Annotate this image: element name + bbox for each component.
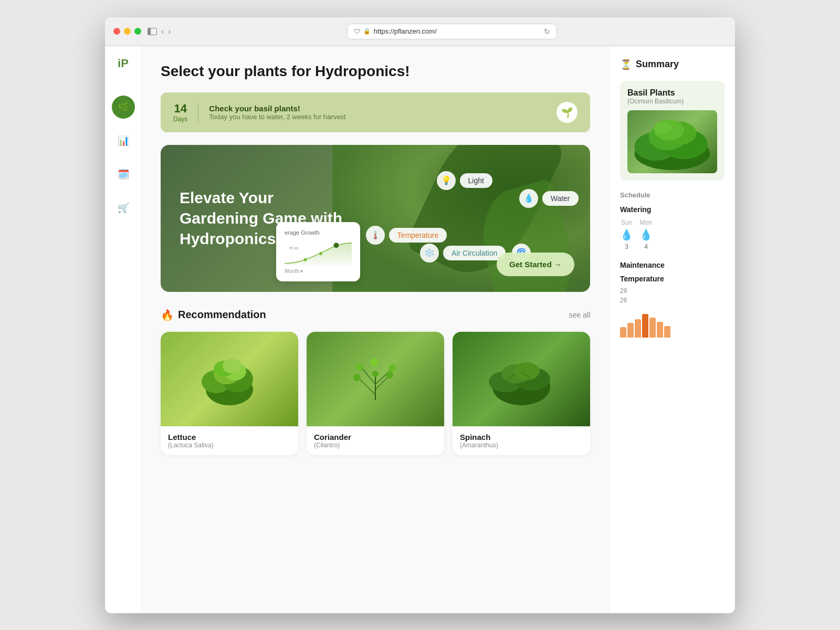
plant-scientific-spinach: (Amaranthus) (460, 442, 583, 449)
chart-icon: 📊 (118, 135, 129, 146)
day-mon-num: 4 (644, 243, 648, 250)
temp-value-28: 28 (620, 287, 724, 295)
fire-icon: 🔥 (161, 309, 174, 321)
water-day-sun: Sun 💧 3 (620, 219, 633, 250)
app-logo[interactable]: iP (118, 57, 129, 70)
basil-scientific-name: (Ocimum Basilicum) (627, 98, 717, 105)
maintenance-label: Maintenance (620, 261, 724, 269)
notification-banner: 14 Days Check your basil plants! Today y… (161, 92, 590, 132)
temp-bar-2 (627, 323, 634, 338)
air-label: Air Circulation (443, 246, 506, 260)
sidebar-item-plants[interactable]: 🌿 (112, 96, 135, 119)
day-sun-label: Sun (621, 219, 632, 226)
plant-info-lettuce: Lettuce (Lactuca Sativa) (161, 426, 298, 455)
recommendation-section-header: 🔥 Recommendation see all (161, 309, 590, 321)
sidebar-nav: 🌿 📊 🗓️ 🛒 (112, 96, 135, 219)
notif-days: 14 Days (173, 102, 187, 123)
water-drop-sun: 💧 (620, 228, 633, 241)
notif-heading: Check your basil plants! (209, 104, 345, 113)
basil-plant-image (627, 110, 717, 173)
schedule-label: Schedule (620, 191, 724, 199)
plant-cards-grid: Lettuce (Lactuca Sativa) (161, 332, 590, 455)
sidebar-item-calendar[interactable]: 🗓️ (112, 163, 135, 186)
panel-title: ⏳ Summary (620, 59, 724, 70)
address-bar[interactable]: 🛡 🔒 https://pflanzen.com/ ↻ (347, 24, 557, 39)
svg-point-2 (334, 243, 339, 248)
chart-label: erage Growth (285, 229, 352, 236)
svg-point-11 (223, 359, 242, 373)
plant-name-lettuce: Lettuce (168, 433, 291, 442)
forward-button[interactable]: › (168, 27, 171, 36)
water-drop-mon: 💧 (639, 228, 653, 241)
page-title: Select your plants for Hydroponics! (161, 63, 590, 80)
svg-point-21 (370, 358, 379, 366)
svg-text:15 cm: 15 cm (289, 246, 299, 250)
hourglass-icon: ⏳ (620, 59, 632, 70)
chart-line: 15 cm (285, 240, 352, 266)
plant-scientific-coriander: (Cilantro) (314, 442, 437, 449)
lock-icon: 🔒 (363, 28, 371, 35)
temp-value-26: 26 (620, 297, 724, 304)
light-label: Light (460, 173, 492, 188)
notif-divider (198, 103, 198, 122)
feature-water: 💧 Water (519, 189, 579, 208)
temperature-icon: 🌡️ (366, 226, 385, 245)
plant-scientific-lettuce: (Lactuca Sativa) (168, 442, 291, 449)
feature-light: 💡 Light (437, 171, 492, 190)
svg-line-15 (362, 369, 375, 384)
get-started-button[interactable]: Get Started → (497, 253, 574, 276)
watering-label: Watering (620, 205, 724, 214)
notif-text: Check your basil plants! Today you have … (209, 104, 345, 121)
calendar-icon: 🗓️ (118, 169, 129, 180)
back-button[interactable]: ‹ (161, 27, 164, 36)
maintenance-section: Maintenance Temperature 28 26 (620, 261, 724, 338)
day-mon-label: Mon (640, 219, 652, 226)
chart-month-label: Month ▾ (285, 268, 352, 274)
svg-point-17 (353, 374, 361, 381)
right-summary-panel: ⏳ Summary Basil Plants (Ocimum Basilicum… (609, 46, 735, 613)
watering-days: Sun 💧 3 Mon 💧 4 (620, 219, 724, 250)
air-icon: ❄️ (420, 244, 439, 262)
plant-card-spinach[interactable]: Spinach (Amaranthus) (453, 332, 590, 455)
plant-image-lettuce (161, 332, 298, 426)
plant-info-coriander: Coriander (Cilantro) (307, 426, 444, 455)
water-label: Water (542, 191, 579, 206)
address-bar-container: 🛡 🔒 https://pflanzen.com/ ↻ (177, 24, 727, 39)
plant-image-spinach (453, 332, 590, 426)
plant-info-spinach: Spinach (Amaranthus) (453, 426, 590, 455)
svg-point-1 (319, 252, 322, 255)
app-layout: iP 🌿 📊 🗓️ 🛒 Select your plants for Hydro… (105, 46, 735, 613)
close-button[interactable] (113, 28, 120, 35)
url-text: https://pflanzen.com/ (374, 27, 437, 35)
browser-chrome: ‹ › 🛡 🔒 https://pflanzen.com/ ↻ (105, 17, 735, 46)
water-day-mon: Mon 💧 4 (639, 219, 653, 250)
sidebar-toggle-button[interactable] (148, 28, 157, 35)
notif-subtext: Today you have to water, 2 weeks for har… (209, 113, 345, 121)
temp-bar-5 (649, 318, 656, 338)
basil-card: Basil Plants (Ocimum Basilicum) (620, 81, 724, 181)
temp-bar-3 (635, 319, 641, 338)
svg-point-34 (654, 122, 671, 133)
minimize-button[interactable] (124, 28, 131, 35)
sidebar-item-analytics[interactable]: 📊 (112, 129, 135, 152)
temperature-label: Temperature (620, 275, 724, 283)
temp-bar-7 (664, 326, 670, 338)
plant-name-coriander: Coriander (314, 433, 437, 442)
svg-point-19 (356, 363, 363, 371)
hero-chart-card: erage Growth (276, 222, 360, 281)
svg-point-27 (513, 362, 540, 380)
plant-card-lettuce[interactable]: Lettuce (Lactuca Sativa) (161, 332, 298, 455)
refresh-button[interactable]: ↻ (544, 27, 550, 36)
maximize-button[interactable] (134, 28, 141, 35)
plant-card-coriander[interactable]: Coriander (Cilantro) (307, 332, 444, 455)
see-all-link[interactable]: see all (569, 311, 590, 319)
browser-controls: ‹ › (148, 27, 171, 36)
temp-bar-chart (620, 306, 724, 338)
sidebar: iP 🌿 📊 🗓️ 🛒 (105, 46, 142, 613)
temp-bar-1 (620, 327, 626, 338)
notif-days-number: 14 (173, 102, 187, 116)
schedule-section: Schedule Watering Sun 💧 3 Mon 💧 4 (620, 191, 724, 250)
water-icon: 💧 (519, 189, 538, 208)
sidebar-item-cart[interactable]: 🛒 (112, 196, 135, 219)
plant-image-coriander (307, 332, 444, 426)
